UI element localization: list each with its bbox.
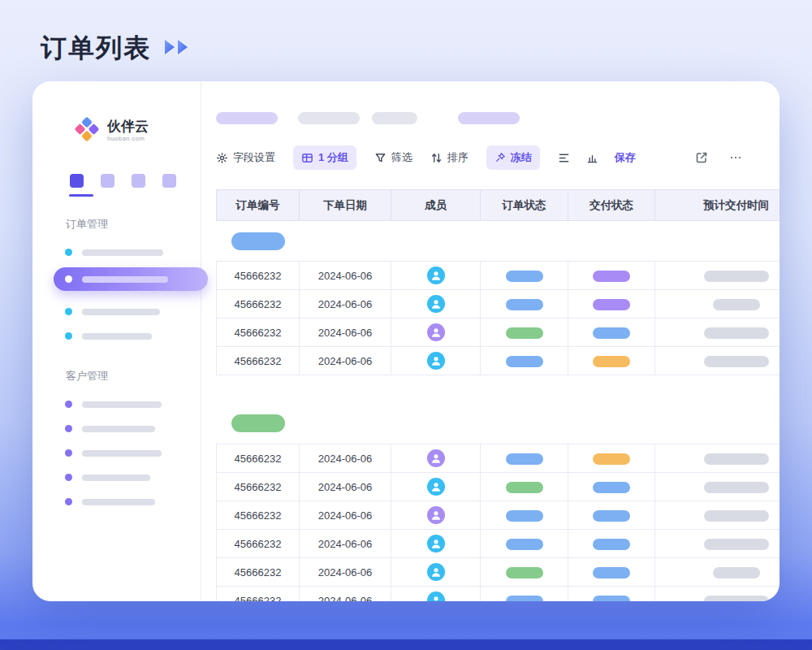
more-button[interactable] — [729, 151, 742, 164]
delivery-status-cell[interactable] — [568, 587, 655, 602]
eta-cell[interactable] — [655, 558, 780, 587]
delivery-status-cell[interactable] — [568, 318, 655, 347]
member-cell[interactable] — [391, 558, 481, 587]
member-cell[interactable] — [391, 262, 481, 290]
member-cell[interactable] — [391, 501, 481, 530]
order-date-cell[interactable]: 2024-06-06 — [300, 290, 391, 318]
eta-cell[interactable] — [655, 530, 780, 558]
nav-item-placeholder[interactable] — [65, 449, 201, 457]
eta-cell[interactable] — [655, 473, 780, 501]
column-header[interactable]: 订单编号 — [217, 190, 300, 221]
delivery-status-cell[interactable] — [568, 290, 655, 318]
member-cell[interactable] — [391, 318, 481, 347]
eta-cell[interactable] — [655, 587, 780, 602]
field-settings-button[interactable]: 字段设置 — [216, 150, 275, 165]
order-status-cell[interactable] — [481, 587, 568, 602]
sidebar-tab-4[interactable] — [162, 174, 176, 188]
delivery-status-cell[interactable] — [568, 444, 655, 473]
order-date-cell[interactable]: 2024-06-06 — [300, 262, 391, 290]
order-date-cell[interactable]: 2024-06-06 — [300, 347, 391, 375]
order-date-cell[interactable]: 2024-06-06 — [300, 587, 391, 602]
freeze-button[interactable]: 冻结 — [486, 145, 540, 170]
order-date-cell[interactable]: 2024-06-06 — [300, 530, 391, 558]
column-header[interactable]: 订单状态 — [481, 190, 568, 221]
column-header[interactable]: 交付状态 — [568, 190, 655, 221]
order-no-cell[interactable]: 45666232 — [217, 347, 300, 375]
order-row[interactable]: 456662322024-06-06 — [217, 318, 780, 347]
order-row[interactable]: 456662322024-06-06 — [217, 473, 780, 501]
member-cell[interactable] — [391, 587, 481, 602]
group-button[interactable]: 1 分组 — [293, 145, 356, 170]
group-pill[interactable] — [231, 232, 285, 250]
member-cell[interactable] — [391, 530, 481, 558]
view-tab-placeholder[interactable] — [372, 112, 417, 124]
order-row[interactable]: 456662322024-06-06 — [217, 262, 780, 290]
view-tab-placeholder[interactable] — [216, 112, 278, 124]
delivery-status-cell[interactable] — [568, 558, 655, 587]
nav-item-placeholder[interactable] — [65, 332, 201, 340]
order-status-cell[interactable] — [481, 501, 568, 530]
sidebar-tab-3[interactable] — [132, 174, 145, 188]
delivery-status-cell[interactable] — [568, 501, 655, 530]
order-no-cell[interactable]: 45666232 — [217, 587, 300, 602]
sidebar-tab-1[interactable] — [70, 174, 84, 188]
order-no-cell[interactable]: 45666232 — [217, 530, 300, 558]
order-no-cell[interactable]: 45666232 — [217, 262, 300, 290]
order-row[interactable]: 456662322024-06-06 — [217, 530, 780, 558]
order-row[interactable]: 456662322024-06-06 — [217, 501, 780, 530]
column-header[interactable]: 成员 — [391, 190, 481, 221]
order-status-cell[interactable] — [481, 262, 568, 290]
filter-button[interactable]: 筛选 — [374, 150, 412, 165]
member-cell[interactable] — [391, 444, 481, 473]
member-cell[interactable] — [391, 347, 481, 375]
group-pill[interactable] — [231, 414, 285, 432]
order-no-cell[interactable]: 45666232 — [217, 558, 300, 587]
nav-item-placeholder[interactable] — [65, 308, 201, 315]
group-header-row[interactable] — [217, 404, 780, 444]
order-row[interactable]: 456662322024-06-06 — [217, 290, 780, 318]
order-date-cell[interactable]: 2024-06-06 — [300, 473, 391, 501]
view-tab-placeholder[interactable] — [458, 112, 520, 124]
nav-item-placeholder[interactable] — [65, 498, 201, 505]
delivery-status-cell[interactable] — [568, 262, 655, 290]
order-status-cell[interactable] — [481, 473, 568, 501]
eta-cell[interactable] — [655, 347, 780, 375]
nav-item-placeholder[interactable] — [65, 425, 201, 432]
order-row[interactable]: 456662322024-06-06 — [217, 444, 780, 473]
sort-button[interactable]: 排序 — [430, 150, 469, 165]
order-row[interactable]: 456662322024-06-06 — [217, 558, 780, 587]
nav-item-placeholder[interactable] — [65, 474, 201, 481]
column-header[interactable]: 下单日期 — [300, 190, 391, 221]
order-no-cell[interactable]: 45666232 — [217, 501, 300, 530]
order-row[interactable]: 456662322024-06-06 — [217, 347, 780, 375]
delivery-status-cell[interactable] — [568, 347, 655, 375]
order-status-cell[interactable] — [481, 347, 568, 375]
chart-button[interactable] — [586, 152, 598, 164]
order-date-cell[interactable]: 2024-06-06 — [300, 558, 391, 587]
order-no-cell[interactable]: 45666232 — [217, 318, 300, 347]
order-date-cell[interactable]: 2024-06-06 — [300, 318, 391, 347]
eta-cell[interactable] — [655, 444, 780, 473]
eta-cell[interactable] — [655, 501, 780, 530]
order-row[interactable]: 456662322024-06-06 — [217, 587, 780, 602]
order-status-cell[interactable] — [481, 530, 568, 558]
share-button[interactable] — [695, 151, 708, 164]
column-header[interactable]: 预计交付时间 — [655, 190, 780, 221]
order-status-cell[interactable] — [481, 558, 568, 587]
order-status-cell[interactable] — [481, 318, 568, 347]
view-tab-placeholder[interactable] — [298, 112, 360, 124]
member-cell[interactable] — [391, 290, 481, 318]
eta-cell[interactable] — [655, 262, 780, 290]
order-no-cell[interactable]: 45666232 — [217, 473, 300, 501]
nav-item-placeholder[interactable] — [65, 401, 201, 408]
save-button[interactable]: 保存 — [615, 150, 636, 165]
order-no-cell[interactable]: 45666232 — [217, 444, 300, 473]
eta-cell[interactable] — [655, 290, 780, 318]
eta-cell[interactable] — [655, 318, 780, 347]
delivery-status-cell[interactable] — [568, 530, 655, 558]
nav-item-selected[interactable] — [54, 267, 208, 291]
nav-item-placeholder[interactable] — [65, 249, 201, 256]
member-cell[interactable] — [391, 473, 481, 501]
group-header-row[interactable] — [217, 221, 780, 262]
delivery-status-cell[interactable] — [568, 473, 655, 501]
